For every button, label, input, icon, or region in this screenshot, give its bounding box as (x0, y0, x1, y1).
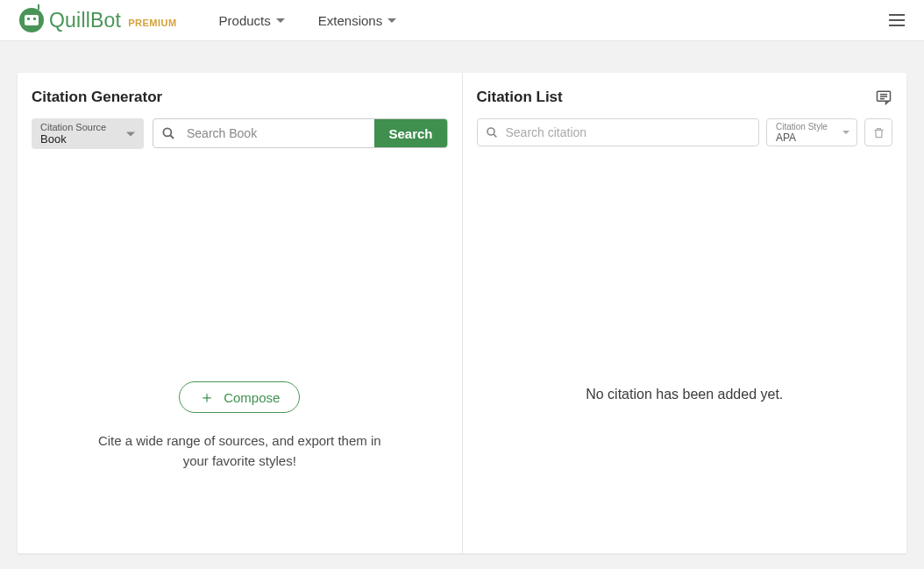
compose-description: Cite a wide range of sources, and export… (90, 430, 388, 472)
nav-extensions-label: Extensions (318, 13, 382, 28)
nav-products[interactable]: Products (219, 13, 285, 28)
logo[interactable]: QuillBot PREMIUM (19, 8, 177, 32)
trash-icon (872, 126, 885, 139)
citation-style-label: Citation Style (776, 122, 848, 132)
brand-name: QuillBot (49, 9, 121, 32)
top-bar: QuillBot PREMIUM Products Extensions (0, 0, 924, 41)
empty-state-message: No citation has been added yet. (463, 387, 907, 402)
citation-style-select[interactable]: Citation Style APA (766, 118, 857, 146)
search-icon (153, 119, 183, 147)
book-search-input[interactable] (183, 119, 374, 147)
delete-button[interactable] (864, 118, 892, 146)
nav-extensions[interactable]: Extensions (318, 13, 396, 28)
main-nav: Products Extensions (219, 13, 397, 28)
citation-search-input[interactable] (506, 125, 759, 139)
main-card: Citation Generator Citation Source Book … (18, 73, 906, 553)
search-icon (478, 125, 506, 139)
citation-source-value: Book (40, 132, 135, 146)
citation-style-value: APA (776, 132, 848, 144)
chevron-down-icon (842, 131, 849, 134)
hamburger-menu-icon[interactable] (889, 14, 905, 26)
svg-point-0 (163, 128, 171, 136)
citation-list-panel: Citation List (463, 73, 907, 553)
plus-icon: ＋ (199, 389, 215, 405)
svg-line-1 (170, 135, 174, 139)
compose-area: ＋ Compose Cite a wide range of sources, … (18, 381, 462, 472)
list-title: Citation List (477, 89, 563, 106)
generator-title: Citation Generator (32, 89, 448, 106)
feedback-icon[interactable] (875, 89, 892, 106)
compose-button[interactable]: ＋ Compose (179, 381, 300, 413)
compose-label: Compose (224, 390, 280, 405)
svg-line-7 (494, 134, 496, 137)
svg-point-6 (487, 128, 494, 135)
citation-search-wrap (477, 118, 760, 146)
citation-generator-panel: Citation Generator Citation Source Book … (18, 73, 463, 553)
citation-source-select[interactable]: Citation Source Book (32, 118, 144, 149)
logo-icon (19, 8, 44, 32)
chevron-down-icon (126, 132, 135, 136)
premium-badge: PREMIUM (128, 18, 176, 28)
search-button[interactable]: Search (374, 119, 446, 147)
book-search-wrap: Search (153, 118, 448, 148)
chevron-down-icon (387, 18, 396, 23)
chevron-down-icon (276, 18, 285, 23)
nav-products-label: Products (219, 13, 271, 28)
citation-source-label: Citation Source (40, 122, 135, 132)
list-controls: Citation Style APA (477, 118, 893, 146)
generator-controls: Citation Source Book Search (32, 118, 448, 149)
